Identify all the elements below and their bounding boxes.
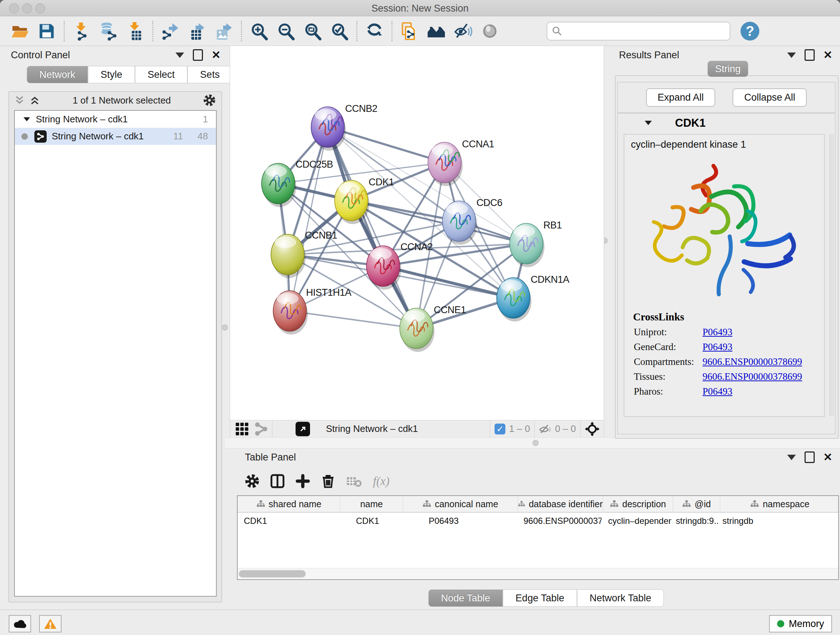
cell-namespace[interactable]: stringdb	[718, 513, 837, 529]
refresh-icon[interactable]	[365, 22, 384, 41]
import-table-icon[interactable]	[126, 22, 145, 41]
birds-eye-grid-icon[interactable]	[235, 422, 249, 436]
import-network-file-icon[interactable]	[73, 22, 91, 41]
tab-node-table[interactable]: Node Table	[428, 589, 503, 607]
node-CCNB1[interactable]: CCNB1	[271, 230, 337, 278]
show-columns-icon[interactable]	[270, 474, 285, 488]
table-panel-menu-icon[interactable]	[787, 455, 796, 460]
tab-network-table[interactable]: Network Table	[577, 589, 664, 607]
control-panel-menu-icon[interactable]	[175, 52, 184, 58]
column-header-shared-name[interactable]: shared name	[238, 496, 340, 512]
cell-@id[interactable]: stringdb:9...	[671, 513, 718, 529]
horizontal-splitter[interactable]	[225, 437, 840, 448]
add-column-icon[interactable]	[295, 474, 310, 488]
hide-unhide-icon[interactable]	[454, 22, 472, 41]
warnings-button[interactable]	[39, 615, 62, 632]
column-header-name[interactable]: name	[340, 496, 403, 512]
open-in-window-icon[interactable]	[295, 422, 310, 436]
crosslink-row: Uniprot:P06493	[634, 326, 824, 338]
node-RB1[interactable]: RB1	[510, 220, 562, 267]
table-options-gear-icon[interactable]	[245, 474, 259, 488]
control-panel-float-icon[interactable]	[193, 49, 203, 61]
clone-network-icon[interactable]	[400, 22, 419, 41]
table-scrollbar-thumb[interactable]	[239, 570, 306, 578]
zoom-out-icon[interactable]	[276, 22, 295, 41]
status-bar: Memory	[0, 610, 840, 635]
node-CCNE1[interactable]: CCNE1	[400, 304, 466, 352]
home-layout-icon[interactable]	[427, 22, 446, 41]
function-builder-icon[interactable]: f(x)	[373, 475, 390, 488]
import-network-database-icon[interactable]	[99, 22, 118, 41]
pan-crosshair-icon[interactable]	[585, 422, 600, 436]
expand-all-icon[interactable]	[29, 95, 40, 106]
table-panel-close-icon[interactable]: ✕	[823, 453, 832, 462]
zoom-selected-icon[interactable]	[330, 22, 349, 41]
cloud-button[interactable]	[9, 615, 31, 632]
node-CDK1[interactable]: CDK1	[335, 177, 394, 224]
results-scrollbar[interactable]	[829, 134, 834, 416]
tab-select[interactable]: Select	[135, 66, 187, 83]
results-panel-close-icon[interactable]: ✕	[823, 50, 832, 60]
node-HIST1H1A[interactable]: HIST1H1A	[273, 287, 352, 334]
cell-database-identifier[interactable]: 9606.ENSP00000378699	[517, 513, 602, 529]
network-collection-row[interactable]: String Network – cdk1 1	[15, 111, 216, 128]
table-panel-float-icon[interactable]	[805, 451, 815, 463]
column-header-canonical-name[interactable]: canonical name	[403, 496, 518, 512]
gene-expander-icon[interactable]	[644, 119, 653, 127]
tab-string[interactable]: String	[707, 61, 748, 77]
collapse-all-button[interactable]: Collapse All	[733, 88, 807, 107]
tab-sets[interactable]: Sets	[187, 66, 232, 83]
cell-name[interactable]: CDK1	[340, 513, 402, 529]
gene-section-header[interactable]: CDK1	[618, 114, 835, 133]
help-button[interactable]: ?	[741, 22, 759, 41]
search-input[interactable]	[562, 25, 716, 37]
horizontal-splitter-handle[interactable]	[532, 440, 538, 446]
cell-shared-name[interactable]: CDK1	[238, 513, 340, 529]
cell-description[interactable]: cyclin–dependent ...	[602, 513, 671, 529]
tab-style[interactable]: Style	[88, 66, 135, 83]
crosslink-link[interactable]: 9606.ENSP00000378699	[703, 356, 802, 367]
crosslink-link[interactable]: P06493	[703, 386, 733, 397]
network-row[interactable]: String Network – cdk1 11 48	[15, 128, 216, 145]
open-session-icon[interactable]	[11, 22, 29, 41]
delete-table-icon[interactable]	[346, 475, 362, 488]
column-header-description[interactable]: description	[603, 496, 673, 512]
export-table-icon[interactable]	[188, 22, 207, 41]
left-splitter-handle[interactable]	[222, 325, 228, 331]
column-header-database-identifier[interactable]: database identifier	[518, 496, 603, 512]
search-icon	[552, 26, 562, 36]
collection-expander-icon[interactable]	[23, 116, 31, 123]
column-header-@id[interactable]: @id	[673, 496, 720, 512]
tab-edge-table[interactable]: Edge Table	[503, 589, 577, 607]
crosslink-link[interactable]: 9606.ENSP00000378699	[703, 371, 802, 382]
memory-button[interactable]: Memory	[769, 615, 832, 632]
column-header-namespace[interactable]: namespace	[720, 496, 839, 512]
preview-eye-icon[interactable]	[480, 22, 499, 41]
zoom-fit-icon[interactable]	[303, 22, 322, 41]
table-row[interactable]: CDK1CDK1P064939606.ENSP00000378699cyclin…	[238, 513, 838, 529]
node-CDC25B[interactable]: CDC25B	[262, 159, 333, 207]
search-field[interactable]	[546, 22, 730, 41]
collapse-all-icon[interactable]	[14, 95, 25, 106]
delete-column-icon[interactable]	[321, 474, 335, 488]
crosslink-link[interactable]: P06493	[703, 341, 733, 353]
zoom-in-icon[interactable]	[249, 22, 268, 41]
crosslink-link[interactable]: P06493	[703, 326, 733, 338]
selected-checkbox-icon[interactable]: ✓	[494, 424, 505, 434]
node-CCNB2[interactable]: CCNB2	[311, 103, 377, 150]
network-options-gear-icon[interactable]	[203, 94, 216, 106]
results-panel-float-icon[interactable]	[805, 49, 815, 61]
save-session-icon[interactable]	[37, 22, 56, 41]
cell-canonical-name[interactable]: P06493	[402, 513, 517, 529]
network-share-icon[interactable]	[255, 423, 268, 435]
export-image-icon[interactable]	[215, 22, 233, 41]
results-panel-menu-icon[interactable]	[787, 52, 796, 58]
control-panel-close-icon[interactable]: ✕	[212, 50, 221, 60]
export-network-icon[interactable]	[161, 22, 180, 41]
tab-network[interactable]: Network	[27, 66, 88, 83]
expand-all-button[interactable]: Expand All	[646, 88, 715, 107]
table-horizontal-scrollbar[interactable]	[238, 568, 838, 579]
node-CDC6[interactable]: CDC6	[442, 197, 502, 245]
network-canvas[interactable]: CCNB2CCNA1CDC25BCDK1CDC6RB1CCNB1CCNA2CDK…	[230, 46, 604, 421]
node-CDKN1A[interactable]: CDKN1A	[497, 274, 569, 321]
